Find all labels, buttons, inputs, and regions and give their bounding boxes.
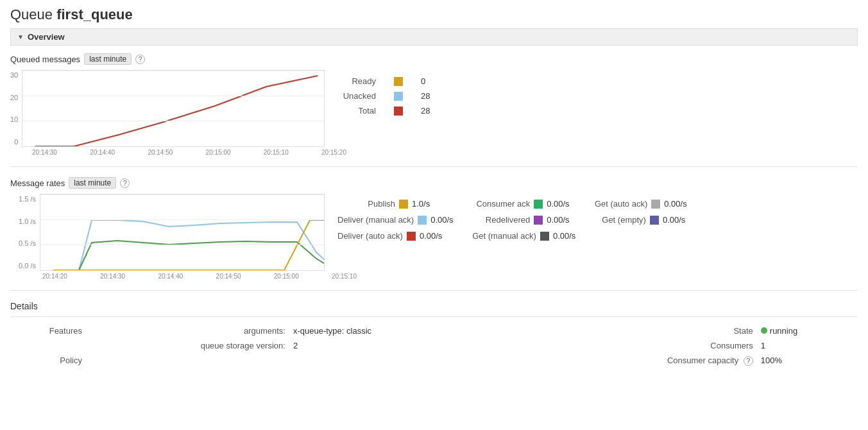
details-section: Details Features arguments: x-queue-type…: [10, 301, 858, 368]
qm-chart-container: 30 20 10 0: [10, 70, 325, 156]
rate-deliver-manual: Deliver (manual ack) 0.00/s: [337, 215, 459, 225]
state-dot-icon: [761, 327, 767, 334]
state-value-text: running: [770, 326, 797, 336]
state-label: State: [481, 323, 756, 338]
qm-label-text: Queued messages: [10, 55, 80, 64]
mr-label-text: Message rates: [10, 178, 65, 188]
rate-redelivered-swatch: [534, 216, 543, 225]
rate-deliver-auto-label: Deliver (auto ack): [337, 231, 403, 241]
section-divider-2: [10, 290, 858, 291]
features-label: Features: [10, 323, 87, 338]
consumer-capacity-help-icon[interactable]: ?: [744, 356, 753, 366]
arguments-key: arguments:: [87, 323, 288, 338]
mr-x-label-0: 20:14:20: [42, 273, 67, 280]
rate-deliver-manual-label: Deliver (manual ack): [337, 215, 414, 225]
mr-x-label-3: 20:14:50: [216, 273, 241, 280]
mr-chart-svg: [40, 194, 325, 271]
mr-y-label-10: 1.0 /s: [10, 218, 36, 225]
qm-x-label-0: 20:14:30: [32, 149, 57, 156]
overview-label: Overview: [28, 32, 65, 42]
details-features-row: Features arguments: x-queue-type: classi…: [10, 323, 858, 338]
message-rates-label: Message rates last minute ?: [10, 177, 858, 189]
qm-x-label-3: 20:15:00: [206, 149, 231, 156]
mr-x-label-2: 20:14:40: [158, 273, 183, 280]
queued-messages-section: Queued messages last minute ? 30 20 10 0: [10, 53, 858, 156]
legend-unacked: Unacked 28: [337, 91, 440, 101]
rate-get-empty-label: Get (empty): [595, 215, 646, 225]
mr-chart-row: 1.5 /s 1.0 /s 0.5 /s 0.0 /s: [10, 194, 858, 280]
legend-ready-value: 0: [421, 76, 440, 86]
state-value: running: [756, 323, 858, 338]
details-storage-row: queue storage version: 2 Consumers 1: [10, 338, 858, 353]
storage-value: 2: [288, 338, 481, 353]
legend-unacked-value: 28: [421, 91, 440, 101]
details-table: Features arguments: x-queue-type: classi…: [10, 323, 858, 368]
qm-help-icon[interactable]: ?: [135, 55, 145, 64]
rate-publish: Publish 1.0/s: [337, 199, 459, 209]
details-divider: [10, 316, 858, 317]
rate-consumer-ack: Consumer ack 0.00/s: [472, 199, 582, 209]
rate-get-empty-value: 0.00/s: [663, 215, 692, 225]
policy-label: Policy: [10, 353, 87, 368]
mr-help-icon[interactable]: ?: [120, 178, 130, 188]
qm-y-label-10: 10: [10, 116, 18, 123]
rate-get-manual: Get (manual ack) 0.00/s: [472, 231, 582, 241]
details-policy-row: Policy Consumer capacity ? 100%: [10, 353, 858, 368]
mr-time-range-badge[interactable]: last minute: [69, 177, 116, 189]
mr-legend-col1: Publish 1.0/s Deliver (manual ack) 0.00/…: [337, 199, 459, 241]
rate-get-auto-swatch: [651, 200, 660, 209]
rate-publish-value: 1.0/s: [412, 199, 441, 209]
details-title: Details: [10, 301, 858, 311]
qm-x-label-1: 20:14:40: [90, 149, 115, 156]
rate-redelivered-value: 0.00/s: [547, 215, 575, 225]
rate-redelivered-label: Redelivered: [472, 215, 530, 225]
rate-deliver-auto-value: 0.00/s: [420, 231, 448, 241]
collapse-arrow-icon: ▼: [17, 33, 24, 40]
section-divider-1: [10, 166, 858, 167]
consumer-capacity-value: 100%: [756, 353, 858, 368]
rate-get-manual-swatch: [540, 232, 549, 241]
legend-total-label: Total: [337, 106, 376, 116]
message-rates-section: Message rates last minute ? 1.5 /s 1.0 /…: [10, 177, 858, 280]
mr-chart-area: [40, 194, 325, 271]
legend-total: Total 28: [337, 106, 440, 116]
mr-x-label-4: 20:15:00: [274, 273, 299, 280]
qm-time-range-badge[interactable]: last minute: [84, 53, 132, 65]
queued-messages-label: Queued messages last minute ?: [10, 53, 858, 65]
consumers-label: Consumers: [481, 338, 756, 353]
rate-publish-label: Publish: [337, 199, 395, 209]
qm-chart-svg: [22, 71, 325, 147]
qm-legend: Ready 0 Unacked 28 Total 28: [337, 76, 440, 116]
legend-unacked-label: Unacked: [337, 91, 376, 101]
qm-y-label-20: 20: [10, 94, 18, 101]
rate-get-empty: Get (empty) 0.00/s: [595, 215, 693, 225]
mr-x-label-5: 20:15:10: [332, 273, 357, 280]
qm-x-label-5: 20:15:20: [321, 149, 346, 156]
rate-deliver-manual-swatch: [418, 216, 427, 225]
rate-consumer-ack-swatch: [534, 200, 543, 209]
legend-ready: Ready 0: [337, 76, 440, 86]
storage-key: queue storage version:: [87, 338, 288, 353]
rate-get-auto-label: Get (auto ack): [595, 199, 647, 209]
rate-consumer-ack-label: Consumer ack: [472, 199, 530, 209]
mr-y-label-15: 1.5 /s: [10, 195, 36, 203]
rate-deliver-auto: Deliver (auto ack) 0.00/s: [337, 231, 459, 241]
overview-section-header[interactable]: ▼ Overview: [10, 28, 858, 46]
page-container: Queue first_queue ▼ Overview Queued mess…: [0, 0, 868, 375]
legend-total-color: [394, 107, 403, 116]
consumers-value: 1: [756, 338, 858, 353]
rate-redelivered: Redelivered 0.00/s: [472, 215, 582, 225]
legend-unacked-color: [394, 92, 403, 101]
rate-deliver-manual-value: 0.00/s: [430, 215, 459, 225]
qm-chart-row: 30 20 10 0: [10, 70, 858, 156]
qm-y-label-30: 30: [10, 71, 18, 79]
rate-get-auto: Get (auto ack) 0.00/s: [595, 199, 693, 209]
mr-y-label-00: 0.0 /s: [10, 262, 36, 270]
arguments-value: x-queue-type: classic: [288, 323, 481, 338]
mr-legend: Publish 1.0/s Deliver (manual ack) 0.00/…: [337, 199, 693, 241]
rate-consumer-ack-value: 0.00/s: [547, 199, 575, 209]
qm-chart-area: [22, 70, 325, 147]
legend-total-value: 28: [421, 106, 440, 116]
qm-y-label-0: 0: [10, 138, 18, 146]
mr-y-label-05: 0.5 /s: [10, 239, 36, 247]
